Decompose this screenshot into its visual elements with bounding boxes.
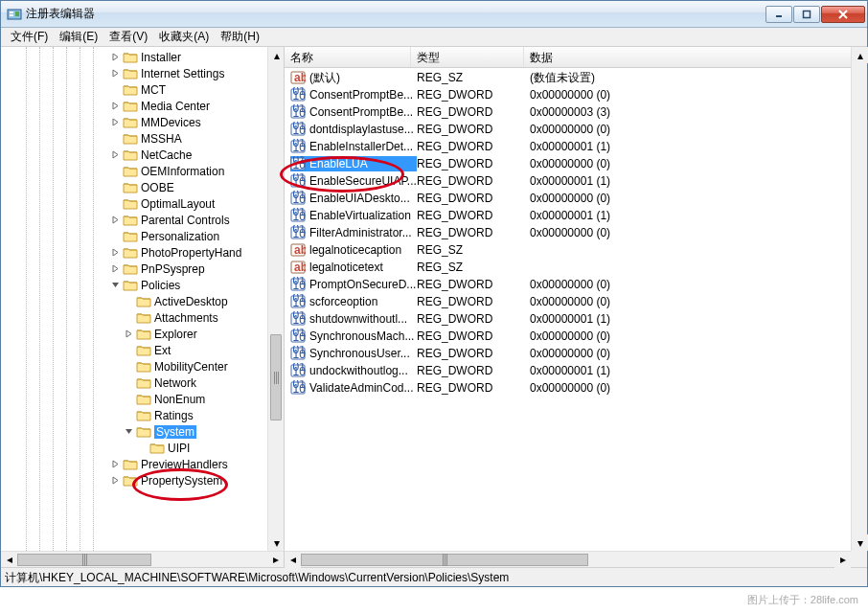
tree-item-network[interactable]: Network xyxy=(1,375,284,391)
minimize-button[interactable] xyxy=(765,6,792,23)
tree-item-activedesktop[interactable]: ActiveDesktop xyxy=(1,293,284,309)
tree-item-uipi[interactable]: UIPI xyxy=(1,440,284,456)
value-row[interactable]: 01101001FilterAdministrator...REG_DWORD0… xyxy=(285,224,867,241)
chevron-right-icon[interactable] xyxy=(110,101,121,111)
svg-rect-2 xyxy=(10,14,13,16)
tree-vscroll-thumb[interactable] xyxy=(270,334,282,420)
tree-item-internet-settings[interactable]: Internet Settings xyxy=(1,65,284,81)
list-hscrollbar[interactable]: ◂ ▸ xyxy=(285,551,851,567)
chevron-down-icon[interactable] xyxy=(110,280,121,290)
list-body[interactable]: ab(默认)REG_SZ(数值未设置)01101001ConsentPrompt… xyxy=(285,68,867,567)
value-row[interactable]: 01101001EnableSecureUIAP...REG_DWORD0x00… xyxy=(285,172,867,190)
scroll-up-icon[interactable]: ▴ xyxy=(268,47,285,63)
chevron-right-icon[interactable] xyxy=(110,475,121,486)
tree-item-media-center[interactable]: Media Center xyxy=(1,98,284,114)
folder-icon xyxy=(123,197,138,211)
value-row[interactable]: 01101001ValidateAdminCod...REG_DWORD0x00… xyxy=(285,379,867,397)
scroll-right-icon[interactable]: ▸ xyxy=(267,552,284,568)
list-hscroll-thumb[interactable] xyxy=(301,554,588,566)
chevron-right-icon[interactable] xyxy=(110,263,121,274)
value-row[interactable]: 01101001EnableInstallerDet...REG_DWORD0x… xyxy=(285,138,867,155)
scroll-left-icon[interactable]: ◂ xyxy=(1,552,17,568)
value-row[interactable]: 01101001EnableVirtualizationREG_DWORD0x0… xyxy=(285,207,867,224)
col-type[interactable]: 类型 xyxy=(411,47,524,67)
tree-item-previewhandlers[interactable]: PreviewHandlers xyxy=(1,456,284,472)
svg-text:1001: 1001 xyxy=(293,227,307,240)
tree-item-personalization[interactable]: Personalization xyxy=(1,228,284,244)
chevron-down-icon[interactable] xyxy=(124,426,134,437)
tree-item-system[interactable]: System xyxy=(1,423,284,440)
reg-dword-icon: 01101001 xyxy=(290,225,306,240)
value-row[interactable]: ab(默认)REG_SZ(数值未设置) xyxy=(285,69,867,86)
tree-item-ratings[interactable]: Ratings xyxy=(1,407,284,423)
tree-spacer xyxy=(110,198,121,209)
col-name[interactable]: 名称 xyxy=(285,47,411,67)
tree-item-parental-controls[interactable]: Parental Controls xyxy=(1,212,284,228)
tree-item-policies[interactable]: Policies xyxy=(1,277,284,293)
svg-text:1001: 1001 xyxy=(293,313,307,327)
chevron-right-icon[interactable] xyxy=(110,117,121,127)
col-data[interactable]: 数据 xyxy=(524,47,867,67)
scroll-left-icon[interactable]: ◂ xyxy=(285,552,301,568)
value-row[interactable]: ablegalnoticecaptionREG_SZ xyxy=(285,241,867,259)
value-row[interactable]: 01101001scforceoptionREG_DWORD0x00000000… xyxy=(285,293,867,310)
chevron-right-icon[interactable] xyxy=(110,52,121,62)
tree-item-mmdevices[interactable]: MMDevices xyxy=(1,114,284,130)
value-row[interactable]: 01101001SynchronousUser...REG_DWORD0x000… xyxy=(285,345,867,362)
value-row[interactable]: 01101001EnableUIADeskto...REG_DWORD0x000… xyxy=(285,190,867,207)
tree-item-label: NetCache xyxy=(141,148,192,162)
value-row[interactable]: 01101001shutdownwithoutl...REG_DWORD0x00… xyxy=(285,310,867,328)
value-row[interactable]: 01101001undockwithoutlog...REG_DWORD0x00… xyxy=(285,362,867,379)
tree-vscrollbar[interactable]: ▴ ▾ xyxy=(267,47,284,551)
scroll-down-icon[interactable]: ▾ xyxy=(852,534,868,551)
tree-item-installer[interactable]: Installer xyxy=(1,49,284,65)
scroll-down-icon[interactable]: ▾ xyxy=(268,534,285,551)
tree-item-nonenum[interactable]: NonEnum xyxy=(1,391,284,407)
menu-edit[interactable]: 编辑(E) xyxy=(54,27,103,47)
value-row[interactable]: 01101001SynchronousMach...REG_DWORD0x000… xyxy=(285,328,867,345)
tree-hscrollbar[interactable]: ◂ ▸ xyxy=(1,551,284,567)
registry-tree[interactable]: InstallerInternet SettingsMCTMedia Cente… xyxy=(1,49,284,488)
menu-help[interactable]: 帮助(H) xyxy=(215,27,265,47)
value-row[interactable]: ablegalnoticetextREG_SZ xyxy=(285,259,867,276)
chevron-right-icon[interactable] xyxy=(110,247,121,258)
tree-hscroll-thumb[interactable] xyxy=(17,554,151,566)
tree-item-explorer[interactable]: Explorer xyxy=(1,326,284,342)
chevron-right-icon[interactable] xyxy=(110,215,121,225)
list-vscrollbar[interactable]: ▴ ▾ xyxy=(851,47,867,551)
tree-item-netcache[interactable]: NetCache xyxy=(1,147,284,163)
chevron-right-icon[interactable] xyxy=(110,459,121,469)
titlebar[interactable]: 注册表编辑器 xyxy=(1,1,867,28)
tree-item-attachments[interactable]: Attachments xyxy=(1,309,284,326)
tree-item-pnpsysprep[interactable]: PnPSysprep xyxy=(1,261,284,277)
menu-file[interactable]: 文件(F) xyxy=(5,27,54,47)
chevron-right-icon[interactable] xyxy=(110,68,121,79)
tree-scroll[interactable]: InstallerInternet SettingsMCTMedia Cente… xyxy=(1,47,284,551)
value-row[interactable]: 01101001ConsentPromptBe...REG_DWORD0x000… xyxy=(285,86,867,103)
tree-item-label: System xyxy=(154,425,196,439)
value-data: (数值未设置) xyxy=(530,70,846,86)
tree-item-oeminformation[interactable]: OEMInformation xyxy=(1,163,284,179)
value-row[interactable]: 01101001EnableLUAREG_DWORD0x00000000 (0) xyxy=(285,155,867,172)
menu-favorites[interactable]: 收藏夹(A) xyxy=(153,27,215,47)
tree-item-mobilitycenter[interactable]: MobilityCenter xyxy=(1,358,284,375)
value-row[interactable]: 01101001dontdisplaylastuse...REG_DWORD0x… xyxy=(285,121,867,138)
watermark: 图片上传于：28life.com xyxy=(747,593,858,607)
tree-item-mct[interactable]: MCT xyxy=(1,81,284,98)
chevron-right-icon[interactable] xyxy=(110,149,121,160)
tree-item-ext[interactable]: Ext xyxy=(1,342,284,358)
value-row[interactable]: 01101001PromptOnSecureD...REG_DWORD0x000… xyxy=(285,276,867,293)
scroll-up-icon[interactable]: ▴ xyxy=(852,47,868,63)
tree-item-oobe[interactable]: OOBE xyxy=(1,179,284,195)
menu-view[interactable]: 查看(V) xyxy=(103,27,153,47)
tree-item-mssha[interactable]: MSSHA xyxy=(1,130,284,147)
value-row[interactable]: 01101001ConsentPromptBe...REG_DWORD0x000… xyxy=(285,103,867,121)
tree-item-optimallayout[interactable]: OptimalLayout xyxy=(1,195,284,212)
tree-item-photopropertyhand[interactable]: PhotoPropertyHand xyxy=(1,244,284,261)
scroll-right-icon[interactable]: ▸ xyxy=(834,552,851,568)
tree-item-label: PhotoPropertyHand xyxy=(141,246,241,260)
maximize-button[interactable] xyxy=(793,6,820,23)
chevron-right-icon[interactable] xyxy=(124,329,134,339)
close-button[interactable] xyxy=(821,6,865,23)
tree-item-propertysystem[interactable]: PropertySystem xyxy=(1,472,284,488)
